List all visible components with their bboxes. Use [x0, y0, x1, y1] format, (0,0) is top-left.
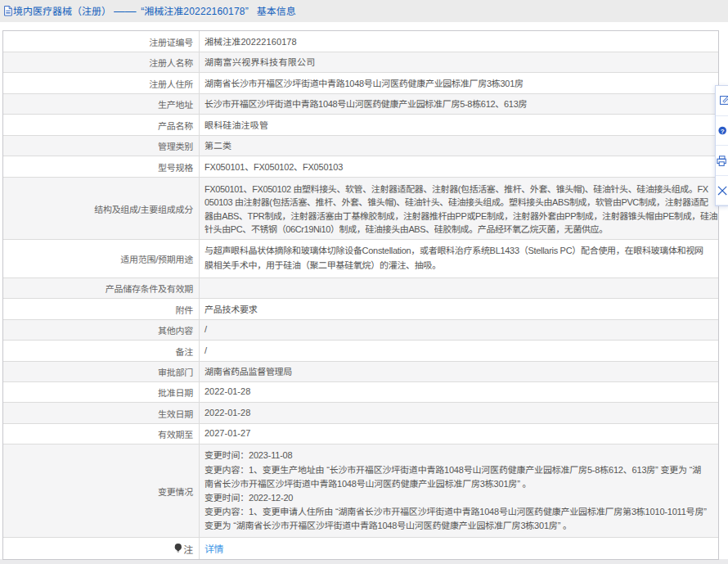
svg-text:?: ? [721, 128, 725, 135]
